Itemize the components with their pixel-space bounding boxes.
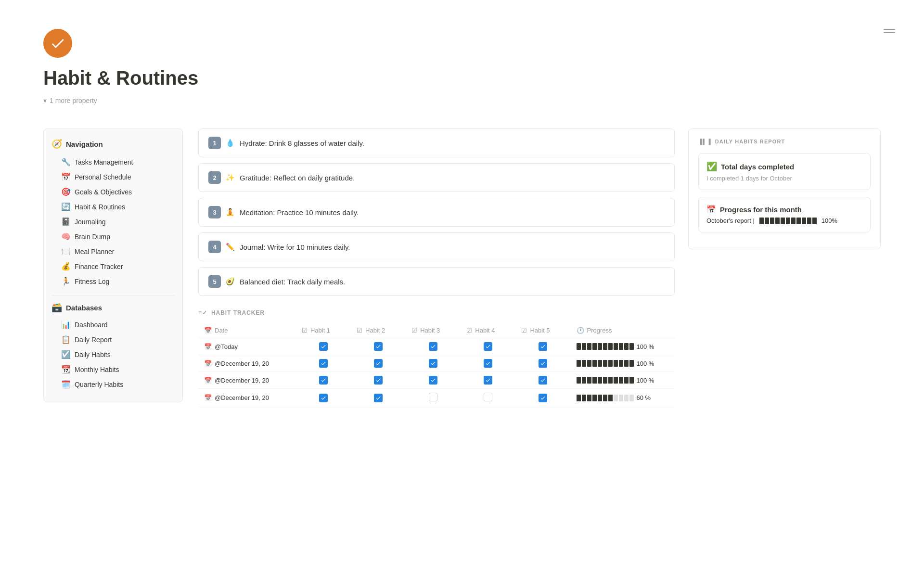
sidebar-item-journaling[interactable]: 📓Journaling (51, 215, 175, 229)
nav-title-label: Navigation (66, 140, 103, 148)
col-date-label: Date (215, 327, 228, 334)
h2-row1-checkbox[interactable] (374, 359, 383, 368)
h2-row2-cell[interactable] (351, 372, 406, 389)
h4-row0-cell[interactable] (461, 338, 515, 355)
nav-emoji: 📓 (61, 217, 71, 226)
h1-row2-checkbox[interactable] (319, 376, 328, 385)
h5-row2-cell[interactable] (515, 372, 570, 389)
sidebar-item-tasks-management[interactable]: 🔧Tasks Management (51, 155, 175, 169)
h2-row3-checkbox[interactable] (374, 394, 383, 402)
h1-row1-checkbox[interactable] (319, 359, 328, 368)
h2-row1-cell[interactable] (351, 355, 406, 372)
sidebar-item-finance-tracker[interactable]: 💰Finance Tracker (51, 259, 175, 273)
table-row: 📅 @December 19, 20 (198, 355, 675, 372)
page-title: Habit & Routines (43, 67, 881, 89)
db-item-daily-report[interactable]: 📋Daily Report (51, 333, 175, 346)
habit-card-3[interactable]: 3 🧘 Meditation: Practice 10 minutes dail… (198, 198, 675, 227)
top-right-menu[interactable] (884, 29, 895, 33)
sidebar-item-brain-dump[interactable]: 🧠Brain Dump (51, 230, 175, 244)
nav-emoji: 🔄 (61, 202, 71, 211)
h5-row3-cell[interactable] (515, 389, 570, 407)
db-item-quarterly-habits[interactable]: 🗓️Quarterly Habits (51, 377, 175, 391)
bar-chart-icon: ▐▌▐ (698, 139, 711, 144)
h1-row2-cell[interactable] (296, 372, 351, 389)
checkmark-badge-icon: ✅ (706, 161, 717, 172)
sidebar-item-meal-planner[interactable]: 🍽️Meal Planner (51, 244, 175, 258)
habit-tracker-section: ≡✓ HABIT TRACKER 📅 Date (198, 309, 675, 407)
progress-block-filled (582, 377, 586, 384)
nav-item-label: Goals & Objectives (75, 188, 132, 196)
progress-block-filled (587, 360, 591, 367)
h3-row1-checkbox[interactable] (429, 359, 437, 368)
menu-line-2 (884, 32, 895, 33)
habit-tracker-header: ≡✓ HABIT TRACKER (198, 309, 675, 316)
progress-block-empty (614, 395, 618, 401)
h2-row3-cell[interactable] (351, 389, 406, 407)
calendar-icon: 📅 (204, 360, 212, 367)
h4-row3-cell[interactable] (461, 389, 515, 407)
sidebar-item-habit-&-routines[interactable]: 🔄Habit & Routines (51, 200, 175, 214)
progress-block-filled (598, 377, 602, 384)
month-block-filled (812, 218, 817, 224)
h3-row0-checkbox[interactable] (429, 342, 437, 351)
habit-card-2[interactable]: 2 ✨ Gratitude: Reflect on daily gratitud… (198, 163, 675, 192)
col-h5-label: Habit 5 (530, 327, 550, 334)
month-block-filled (765, 218, 769, 224)
progress-block-filled (603, 360, 607, 367)
h5-row2-checkbox[interactable] (539, 376, 547, 385)
sidebar-item-personal-schedule[interactable]: 📅Personal Schedule (51, 170, 175, 184)
habit-text: Meditation: Practice 10 minutes daily. (240, 208, 359, 217)
h1-row1-cell[interactable] (296, 355, 351, 372)
db-emoji: 📋 (61, 335, 71, 344)
db-item-monthly-habits[interactable]: 📆Monthly Habits (51, 362, 175, 376)
more-property[interactable]: ▾ 1 more property (43, 97, 881, 104)
h5-row3-checkbox[interactable] (539, 394, 547, 402)
h2-row2-checkbox[interactable] (374, 376, 383, 385)
h1-row3-cell[interactable] (296, 389, 351, 407)
chevron-down-icon: ▾ (43, 97, 47, 104)
h4-row0-checkbox[interactable] (484, 342, 492, 351)
sidebar-item-fitness-log[interactable]: 🏃Fitness Log (51, 274, 175, 288)
h3-row1-cell[interactable] (406, 355, 461, 372)
h3-row2-checkbox[interactable] (429, 376, 437, 385)
h1-row0-checkbox[interactable] (319, 342, 328, 351)
h4-row1-checkbox[interactable] (484, 359, 492, 368)
h5-row0-cell[interactable] (515, 338, 570, 355)
h4-row1-cell[interactable] (461, 355, 515, 372)
h4-row3-checkbox[interactable] (484, 393, 492, 401)
h5-row0-checkbox[interactable] (539, 342, 547, 351)
h1-row0-cell[interactable] (296, 338, 351, 355)
month-progress-title: 📅 Progress for this month (706, 205, 862, 214)
h3-row3-cell[interactable] (406, 389, 461, 407)
h3-row2-cell[interactable] (406, 372, 461, 389)
month-progress-bar-row: October's report | 100% (706, 217, 862, 224)
progress-cell: 60 % (571, 389, 675, 407)
h4-row2-cell[interactable] (461, 372, 515, 389)
checkbox-icon-th3: ☑ (411, 327, 417, 334)
more-property-label: 1 more property (50, 97, 97, 104)
progress-bar-container: 100 % (577, 360, 669, 367)
h2-row0-cell[interactable] (351, 338, 406, 355)
month-block-filled (759, 218, 764, 224)
sidebar-item-goals-&-objectives[interactable]: 🎯Goals & Objectives (51, 185, 175, 199)
nav-item-label: Tasks Management (75, 158, 133, 166)
nav-emoji: 🍽️ (61, 247, 71, 256)
h4-row2-checkbox[interactable] (484, 376, 492, 385)
h3-row0-cell[interactable] (406, 338, 461, 355)
nav-items-container: 🔧Tasks Management📅Personal Schedule🎯Goal… (51, 155, 175, 288)
h3-row3-checkbox[interactable] (429, 393, 437, 401)
habit-card-5[interactable]: 5 🥑 Balanced diet: Track daily meals. (198, 267, 675, 296)
nav-item-label: Brain Dump (75, 233, 110, 241)
db-item-dashboard[interactable]: 📊Dashboard (51, 318, 175, 332)
h2-row0-checkbox[interactable] (374, 342, 383, 351)
h5-row1-checkbox[interactable] (539, 359, 547, 368)
col-h3-label: Habit 3 (420, 327, 440, 334)
habit-emoji: ✨ (226, 173, 235, 182)
month-progress-bar (759, 218, 817, 224)
habit-card-1[interactable]: 1 💧 Hydrate: Drink 8 glasses of water da… (198, 128, 675, 157)
db-item-label: Daily Habits (75, 351, 111, 359)
habit-card-4[interactable]: 4 ✏️ Journal: Write for 10 minutes daily… (198, 232, 675, 261)
h1-row3-checkbox[interactable] (319, 394, 328, 402)
db-item-daily-habits[interactable]: ☑️Daily Habits (51, 347, 175, 361)
h5-row1-cell[interactable] (515, 355, 570, 372)
